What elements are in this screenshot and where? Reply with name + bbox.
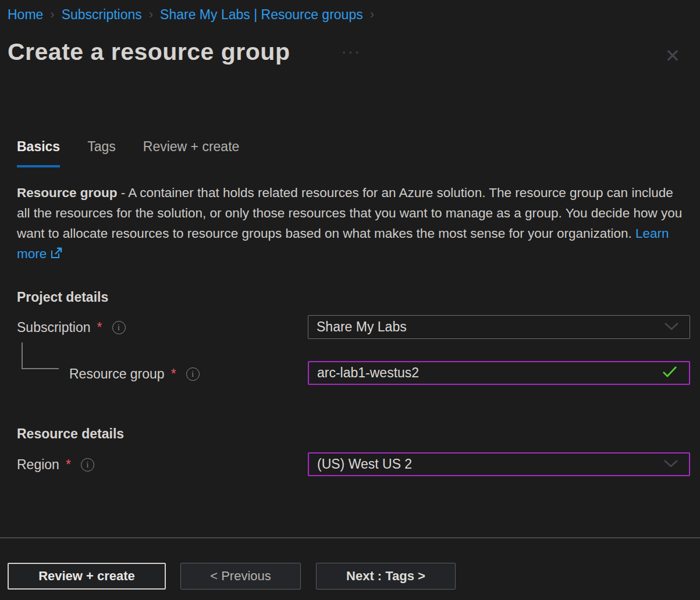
chevron-right-icon: › xyxy=(50,7,54,22)
breadcrumb-home[interactable]: Home xyxy=(8,7,43,23)
breadcrumb: Home › Subscriptions › Share My Labs | R… xyxy=(8,7,374,23)
review-create-button[interactable]: Review + create xyxy=(8,563,166,590)
close-icon[interactable]: ✕ xyxy=(660,43,685,69)
resource-group-description: Resource group - A container that holds … xyxy=(17,183,690,265)
external-link-icon xyxy=(50,245,63,265)
required-asterisk: * xyxy=(66,457,71,473)
tab-tags[interactable]: Tags xyxy=(87,139,116,167)
validation-check-icon xyxy=(661,365,678,382)
resource-group-label: Resource group*i xyxy=(69,366,200,382)
region-label-text: Region xyxy=(17,457,59,473)
page-title: Create a resource group xyxy=(8,38,290,66)
chevron-right-icon: › xyxy=(370,7,374,22)
resource-group-value: arc-lab1-westus2 xyxy=(317,365,661,381)
subscription-value: Share My Labs xyxy=(317,319,663,335)
resource-group-label-text: Resource group xyxy=(69,366,165,382)
chevron-down-icon xyxy=(663,319,680,335)
next-tags-button[interactable]: Next : Tags > xyxy=(316,563,456,590)
create-resource-group-pane: Home › Subscriptions › Share My Labs | R… xyxy=(0,0,700,600)
footer-divider xyxy=(0,537,700,538)
tab-basics[interactable]: Basics xyxy=(17,139,60,167)
breadcrumb-subscriptions[interactable]: Subscriptions xyxy=(62,7,142,23)
subscription-child-connector-line xyxy=(22,342,59,369)
previous-button[interactable]: < Previous xyxy=(180,563,301,590)
info-icon[interactable]: i xyxy=(186,367,200,381)
required-asterisk: * xyxy=(97,320,102,335)
project-details-heading: Project details xyxy=(17,290,108,305)
breadcrumb-share-my-labs-resource-groups[interactable]: Share My Labs | Resource groups xyxy=(160,7,363,23)
info-icon[interactable]: i xyxy=(81,458,94,472)
resource-details-heading: Resource details xyxy=(17,426,124,442)
description-lead: Resource group xyxy=(17,185,118,200)
subscription-label-text: Subscription xyxy=(17,320,91,335)
region-value: (US) West US 2 xyxy=(317,456,662,472)
more-options-icon[interactable]: ··· xyxy=(342,45,362,60)
chevron-right-icon: › xyxy=(149,7,153,22)
region-dropdown[interactable]: (US) West US 2 xyxy=(308,452,690,476)
region-label: Region*i xyxy=(17,457,94,473)
tab-review-create[interactable]: Review + create xyxy=(143,139,240,167)
required-asterisk: * xyxy=(171,366,176,382)
wizard-tabs: Basics Tags Review + create xyxy=(17,139,239,167)
subscription-dropdown[interactable]: Share My Labs xyxy=(308,315,690,339)
resource-group-input[interactable]: arc-lab1-westus2 xyxy=(308,361,690,385)
subscription-label: Subscription*i xyxy=(17,320,126,335)
chevron-down-icon xyxy=(662,456,680,472)
info-icon[interactable]: i xyxy=(112,321,126,334)
